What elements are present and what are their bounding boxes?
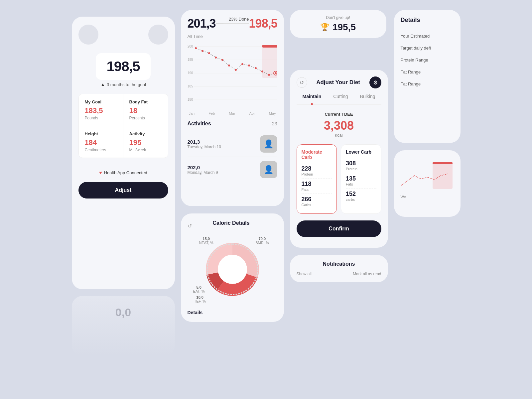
profile-card: 198,5 ▲ 3 months to the goal My Goal 183… (72, 17, 175, 289)
svg-text:185: 185 (188, 84, 193, 88)
progress-bar-container (216, 23, 249, 24)
weight-display: 198,5 (96, 53, 150, 80)
svg-point-16 (221, 59, 223, 61)
diet-card: ↺ Adjust Your Diet ⚙ Maintain Cutting Bu… (290, 70, 388, 248)
pie-svg (206, 243, 259, 296)
svg-rect-11 (262, 45, 277, 48)
target-daily-label: Target daily defi (401, 46, 454, 51)
tab-cutting[interactable]: Cutting (333, 94, 348, 102)
lower-carbs-row: 152 carbs (346, 189, 376, 203)
confirm-button[interactable]: Confirm (297, 220, 381, 237)
caloric-refresh-icon[interactable]: ↺ (188, 223, 192, 229)
activity-2-avatar: 👤 (260, 161, 277, 178)
mark-all-read-link[interactable]: Mark all as read (353, 272, 381, 276)
tdee-value: 3,308 (297, 119, 381, 133)
health-connected: ♥ Health App Connected (99, 170, 147, 175)
svg-point-13 (201, 50, 203, 52)
notifications-card: Notifications Show all Mark all as read (290, 255, 388, 282)
profile-reflection: 0,0 (72, 296, 175, 356)
fat-range-1-label: Fat Range (401, 69, 454, 74)
protein-range-label: Protein Range (401, 58, 454, 63)
month-may: May (269, 111, 276, 115)
heart-icon: ♥ (99, 170, 102, 175)
details-title: Details (401, 17, 454, 24)
svg-point-19 (241, 63, 243, 65)
protein-range-row: Protein Range (401, 54, 454, 66)
small-chart-svg (399, 156, 453, 196)
month-mar: Mar (229, 111, 235, 115)
trophy-row: 🏆 195,5 (320, 22, 356, 33)
svg-point-15 (215, 57, 217, 59)
activity-item-1: 201,3 Tuesday, March 10 👤 (188, 131, 277, 157)
alltime-label: All Time (188, 34, 277, 39)
month-apr: Apr (249, 111, 255, 115)
macros-grid: Moderate Carb 228 Protein 118 Fats 266 C… (297, 144, 381, 214)
progress-section: 23% Done (216, 17, 249, 24)
svg-point-25 (275, 72, 277, 74)
body-fat-cell: Body Fat 18 Percents (123, 94, 168, 126)
activities-count: 23 (272, 121, 277, 126)
svg-text:180: 180 (188, 98, 193, 101)
profile-avatars (78, 25, 168, 45)
fat-range-2-row: Fat Range (401, 78, 454, 90)
chart-months: Jan Feb Mar Apr May (188, 111, 277, 115)
svg-point-21 (255, 67, 257, 69)
svg-point-14 (208, 52, 210, 54)
trophy-icon: 🏆 (320, 23, 329, 32)
avatar-right (148, 25, 168, 45)
tab-maintain[interactable]: Maintain (302, 94, 321, 102)
diet-tabs: Maintain Cutting Bulking (297, 94, 381, 105)
svg-point-23 (268, 74, 270, 76)
tef-label: 10,0TEF, % (194, 295, 206, 303)
avatar-left (78, 25, 98, 45)
trophy-subtitle: Don't give up! (326, 15, 350, 20)
tab-bulking[interactable]: Bulking (360, 94, 375, 102)
svg-point-17 (228, 65, 230, 66)
svg-point-22 (261, 70, 263, 72)
your-estimated-row: Your Estimated (401, 30, 454, 42)
lower-carb-title: Lower Carb (346, 149, 376, 155)
weight-chart: 200 195 190 185 180 (188, 42, 277, 108)
diet-refresh-button[interactable]: ↺ (297, 77, 307, 88)
svg-point-20 (248, 65, 250, 66)
settings-icon: ⚙ (373, 79, 378, 86)
diet-settings-button[interactable]: ⚙ (369, 76, 381, 88)
target-daily-row: Target daily defi (401, 42, 454, 54)
caloric-card: ↺ Caloric Details 70,0BMR, % 15,0NEAT, %… (181, 213, 284, 322)
notifications-footer: Show all Mark all as read (297, 272, 381, 276)
moderate-carbs-row: 266 Carbs (302, 194, 332, 209)
caloric-details-label[interactable]: Details (188, 310, 277, 315)
goal-text: ▲ 3 months to the goal (100, 82, 146, 87)
show-all-link[interactable]: Show all (297, 272, 312, 276)
chart-header: 201,3 23% Done 198,5 (188, 17, 277, 31)
trophy-card: Don't give up! 🏆 195,5 (290, 10, 386, 38)
activity-cell: Activity 195 Min/week (123, 126, 168, 158)
caloric-chart-container: 70,0BMR, % 15,0NEAT, % 10,0TEF, % 5,0EAT… (188, 233, 277, 307)
eat-label: 5,0EAT, % (193, 285, 205, 293)
moderate-carb-card[interactable]: Moderate Carb 228 Protein 118 Fats 266 C… (297, 144, 337, 214)
svg-text:190: 190 (188, 71, 193, 75)
svg-point-26 (218, 255, 247, 284)
svg-text:195: 195 (188, 58, 193, 62)
small-chart-card: We (394, 150, 461, 217)
activity-item-2: 202,0 Monday, March 9 👤 (188, 157, 277, 182)
height-cell: Height 184 Centimeters (79, 126, 123, 158)
notifications-title: Notifications (297, 261, 381, 267)
activity-1-avatar: 👤 (260, 135, 277, 153)
fat-range-2-label: Fat Range (401, 81, 454, 86)
tdee-unit: kcal (297, 133, 381, 138)
chart-target-weight: 198,5 (249, 17, 277, 31)
lower-carb-card[interactable]: Lower Carb 308 Protein 135 Fats 152 carb… (341, 144, 381, 214)
your-estimated-label: Your Estimated (401, 34, 454, 39)
activities-title: Activities (188, 121, 211, 127)
svg-point-18 (235, 69, 237, 71)
trophy-weight: 195,5 (332, 22, 356, 33)
adjust-button[interactable]: Adjust (78, 182, 168, 199)
mountain-icon: ▲ (100, 82, 105, 87)
caloric-title: Caloric Details (212, 220, 249, 226)
svg-point-12 (195, 47, 197, 49)
current-weight: 198,5 (106, 59, 140, 74)
fat-range-1-row: Fat Range (401, 66, 454, 78)
tdee-section: Current TDEE 3,308 kcal (297, 112, 381, 138)
activity-2-info: 202,0 Monday, March 9 (188, 165, 218, 175)
